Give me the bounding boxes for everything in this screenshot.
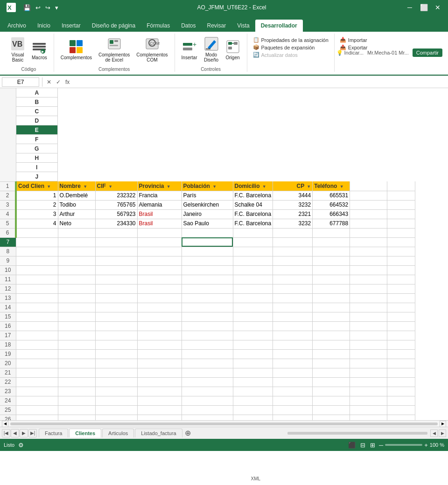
cell-h25[interactable]: [313, 405, 350, 415]
cell-i26[interactable]: [350, 415, 387, 420]
cell-i7[interactable]: [350, 237, 387, 247]
row-num-2[interactable]: 2: [0, 191, 16, 200]
cell-h5[interactable]: 677788: [313, 219, 350, 228]
cell-d23[interactable]: [137, 387, 182, 396]
cell-g5[interactable]: 3232: [273, 219, 313, 228]
cell-e17[interactable]: [182, 331, 233, 340]
cell-b7[interactable]: [58, 237, 95, 247]
cell-b2[interactable]: O.Dembelé: [58, 191, 95, 200]
cell-b26[interactable]: [58, 415, 95, 420]
cell-a1[interactable]: Cod Clien ▼: [16, 181, 58, 191]
scroll-left-button[interactable]: ◀: [2, 421, 8, 427]
tab-inicio[interactable]: Inicio: [32, 20, 56, 32]
cell-i5[interactable]: [350, 219, 387, 228]
cell-g25[interactable]: [273, 405, 313, 415]
row-num-9[interactable]: 9: [0, 256, 16, 265]
cell-a4[interactable]: 3: [16, 209, 58, 219]
cell-j8[interactable]: [387, 247, 415, 256]
tab-next-button[interactable]: ▶: [20, 429, 28, 437]
help-button[interactable]: 💡 Indicar...: [336, 50, 364, 56]
cell-g19[interactable]: [273, 349, 313, 359]
row-num-17[interactable]: 17: [0, 331, 16, 340]
cell-e23[interactable]: [182, 387, 233, 396]
row-num-25[interactable]: 25: [0, 405, 16, 415]
cell-h14[interactable]: [313, 303, 350, 312]
zoom-out-button[interactable]: ─: [379, 442, 383, 449]
cell-b11[interactable]: [58, 275, 95, 284]
cell-b14[interactable]: [58, 303, 95, 312]
cell-c15[interactable]: [95, 312, 137, 321]
page-break-view-button[interactable]: ⊞: [369, 441, 376, 450]
cell-f5[interactable]: F.C. Barcelona: [233, 219, 273, 228]
add-sheet-button[interactable]: ⊕: [183, 429, 193, 438]
row-num-22[interactable]: 22: [0, 377, 16, 387]
status-settings-button[interactable]: ⚙: [18, 442, 24, 449]
close-button[interactable]: ✕: [431, 1, 444, 14]
more-button[interactable]: ▾: [53, 3, 60, 12]
cell-d12[interactable]: [137, 284, 182, 293]
cell-h1[interactable]: Teléfono ▼: [313, 181, 350, 191]
cell-f16[interactable]: [233, 321, 273, 331]
cell-f24[interactable]: [233, 396, 273, 405]
cell-h22[interactable]: [313, 377, 350, 387]
col-header-j[interactable]: J: [16, 172, 58, 181]
complementos-button[interactable]: Complementos: [58, 37, 95, 62]
redo-button[interactable]: ↪: [43, 3, 52, 12]
cell-c6[interactable]: [95, 228, 137, 237]
cell-e16[interactable]: [182, 321, 233, 331]
cell-d7[interactable]: [137, 237, 182, 247]
cell-f2[interactable]: F.C. Barcelona: [233, 191, 273, 200]
cell-c19[interactable]: [95, 349, 137, 359]
row-num-3[interactable]: 3: [0, 200, 16, 209]
sheet-tab-factura[interactable]: Factura: [39, 429, 68, 437]
cell-h13[interactable]: [313, 293, 350, 303]
insertar-control-button[interactable]: + Insertar: [179, 37, 200, 62]
cell-g18[interactable]: [273, 340, 313, 349]
cell-a8[interactable]: [16, 247, 58, 256]
cell-g9[interactable]: [273, 256, 313, 265]
cell-a3[interactable]: 2: [16, 200, 58, 209]
cell-a18[interactable]: [16, 340, 58, 349]
cell-c11[interactable]: [95, 275, 137, 284]
cell-f12[interactable]: [233, 284, 273, 293]
cell-h3[interactable]: 664532: [313, 200, 350, 209]
cell-b12[interactable]: [58, 284, 95, 293]
cell-a15[interactable]: [16, 312, 58, 321]
row-num-11[interactable]: 11: [0, 275, 16, 284]
cell-e14[interactable]: [182, 303, 233, 312]
cell-g14[interactable]: [273, 303, 313, 312]
cell-c10[interactable]: [95, 265, 137, 275]
cell-j26[interactable]: [387, 415, 415, 420]
cell-i4[interactable]: [350, 209, 387, 219]
cell-e12[interactable]: [182, 284, 233, 293]
cell-d24[interactable]: [137, 396, 182, 405]
cell-e24[interactable]: [182, 396, 233, 405]
cell-d13[interactable]: [137, 293, 182, 303]
cell-j3[interactable]: [387, 200, 415, 209]
cell-g13[interactable]: [273, 293, 313, 303]
cell-i25[interactable]: [350, 405, 387, 415]
cell-h20[interactable]: [313, 359, 350, 368]
row-num-10[interactable]: 10: [0, 265, 16, 275]
cell-h24[interactable]: [313, 396, 350, 405]
cell-c12[interactable]: [95, 284, 137, 293]
cell-g3[interactable]: 3232: [273, 200, 313, 209]
cell-f25[interactable]: [233, 405, 273, 415]
row-num-20[interactable]: 20: [0, 359, 16, 368]
cell-f11[interactable]: [233, 275, 273, 284]
cell-h4[interactable]: 666343: [313, 209, 350, 219]
cell-a19[interactable]: [16, 349, 58, 359]
cell-a20[interactable]: [16, 359, 58, 368]
macros-button[interactable]: ▶ Macros: [29, 37, 50, 62]
cancel-formula-button[interactable]: ✕: [45, 78, 53, 86]
cell-j17[interactable]: [387, 331, 415, 340]
cell-g17[interactable]: [273, 331, 313, 340]
cell-b5[interactable]: Neto: [58, 219, 95, 228]
cell-a17[interactable]: [16, 331, 58, 340]
cell-c24[interactable]: [95, 396, 137, 405]
cell-h2[interactable]: 665531: [313, 191, 350, 200]
cell-g21[interactable]: [273, 368, 313, 377]
row-num-18[interactable]: 18: [0, 340, 16, 349]
cell-j13[interactable]: [387, 293, 415, 303]
cell-c17[interactable]: [95, 331, 137, 340]
